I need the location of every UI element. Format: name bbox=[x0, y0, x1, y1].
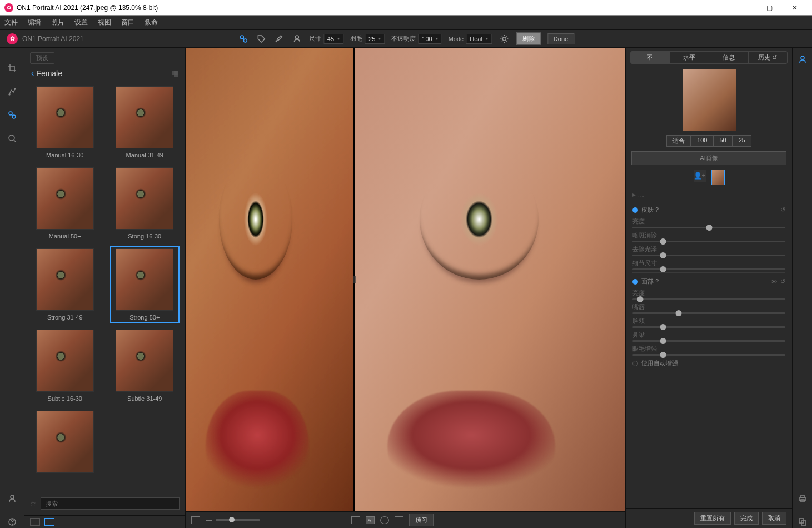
opacity-dropdown[interactable]: 不透明度 100 bbox=[391, 34, 441, 44]
visibility-icon[interactable]: 👁 bbox=[771, 278, 777, 285]
reset-icon[interactable]: ↺ bbox=[780, 206, 785, 213]
reset-chip[interactable]: 预设 bbox=[30, 52, 54, 64]
ai-portrait-button[interactable]: AI肖像 bbox=[631, 151, 786, 165]
adjust-icon[interactable] bbox=[6, 86, 18, 98]
print-icon[interactable] bbox=[796, 492, 809, 505]
person-tool-icon[interactable] bbox=[291, 33, 302, 44]
panel-section: 皮肤 ?↺亮度暗斑消除去除光泽细节尺寸 bbox=[632, 201, 785, 272]
slider[interactable] bbox=[632, 312, 785, 314]
zoom-50[interactable]: 50 bbox=[713, 135, 732, 147]
preset-item[interactable] bbox=[30, 409, 100, 479]
view-single-icon[interactable] bbox=[351, 516, 360, 524]
chevron-left-icon[interactable]: ‹ bbox=[31, 68, 34, 78]
slider[interactable] bbox=[632, 241, 785, 242]
grid-icon[interactable]: ▦ bbox=[171, 69, 178, 78]
preset-thumb bbox=[36, 86, 94, 148]
slider[interactable] bbox=[632, 227, 785, 228]
preset-search-input[interactable] bbox=[41, 497, 180, 510]
close-button[interactable]: ✕ bbox=[782, 0, 808, 16]
view-grid-icon[interactable] bbox=[395, 516, 403, 524]
image-canvas[interactable] bbox=[186, 48, 625, 511]
tag-tool-icon[interactable] bbox=[256, 33, 267, 44]
section-toggle-icon[interactable] bbox=[632, 207, 638, 213]
view-mask-icon[interactable] bbox=[380, 516, 389, 524]
preset-thumb bbox=[116, 248, 173, 311]
reset-all-button[interactable]: 重置所有 bbox=[694, 512, 731, 525]
slider[interactable] bbox=[632, 298, 785, 300]
link-tool-icon[interactable] bbox=[238, 33, 249, 44]
zoom-icon[interactable] bbox=[6, 132, 18, 145]
slider[interactable] bbox=[632, 326, 785, 328]
reset-icon[interactable]: ↺ bbox=[780, 278, 785, 285]
menu-edit[interactable]: 编辑 bbox=[28, 18, 41, 27]
menu-settings[interactable]: 设置 bbox=[74, 18, 88, 27]
splitter-handle-icon[interactable] bbox=[353, 276, 356, 283]
view-split-icon[interactable]: A bbox=[366, 516, 375, 524]
menu-view[interactable]: 视图 bbox=[98, 18, 111, 27]
minimize-button[interactable]: — bbox=[731, 0, 756, 16]
svg-point-6 bbox=[14, 88, 16, 89]
section-toggle-icon[interactable] bbox=[632, 279, 638, 285]
radio-icon[interactable] bbox=[632, 361, 638, 366]
face-thumbnail[interactable] bbox=[711, 170, 725, 185]
svg-point-14 bbox=[12, 524, 12, 525]
zoom-25[interactable]: 25 bbox=[733, 135, 751, 147]
add-face-icon[interactable]: 👤+ bbox=[694, 170, 706, 182]
crop-icon[interactable] bbox=[6, 62, 18, 74]
slider-label: 眼毛增强 bbox=[632, 345, 662, 353]
favorite-icon[interactable]: ☆ bbox=[30, 500, 36, 507]
portrait-tool-icon[interactable] bbox=[6, 109, 18, 121]
preset-item[interactable]: Manual 16-30 bbox=[30, 84, 100, 161]
svg-point-5 bbox=[9, 94, 10, 95]
zoom-fit[interactable]: 适合 bbox=[666, 135, 691, 147]
user-icon[interactable] bbox=[6, 492, 18, 505]
menu-window[interactable]: 窗口 bbox=[121, 18, 134, 27]
section-title: 皮肤 ? bbox=[641, 206, 777, 214]
slider[interactable] bbox=[632, 268, 785, 270]
menu-help[interactable]: 救命 bbox=[145, 18, 158, 27]
presets-panel: 预设 ‹ Female ▦ Manual 16-30Manual 31-49Ma… bbox=[24, 48, 186, 528]
clear-button[interactable]: 剔除 bbox=[516, 32, 541, 45]
preset-item[interactable]: Manual 31-49 bbox=[110, 84, 180, 161]
cancel-button[interactable]: 取消 bbox=[762, 512, 786, 525]
view-mode-1[interactable] bbox=[30, 518, 40, 526]
slider-label: 暗斑消除 bbox=[632, 231, 662, 240]
presets-header[interactable]: ‹ Female ▦ bbox=[24, 64, 185, 81]
layers-icon[interactable] bbox=[796, 516, 809, 528]
preset-item[interactable]: Strong 31-49 bbox=[30, 246, 100, 323]
slider[interactable] bbox=[632, 255, 785, 256]
svg-point-4 bbox=[502, 37, 506, 41]
zoom-slider[interactable]: — bbox=[206, 516, 260, 524]
preset-item[interactable]: Manual 50+ bbox=[30, 165, 100, 242]
tab-nav[interactable]: 不 bbox=[631, 52, 670, 63]
navigator-thumbnail[interactable] bbox=[683, 69, 736, 131]
menu-photo[interactable]: 照片 bbox=[51, 18, 64, 27]
panel-done-button[interactable]: 完成 bbox=[734, 512, 759, 525]
view-mode-2[interactable] bbox=[44, 518, 54, 526]
preset-item[interactable]: Subtle 16-30 bbox=[30, 327, 100, 404]
preset-item[interactable]: Stong 16-30 bbox=[110, 165, 180, 242]
slider[interactable] bbox=[632, 354, 785, 356]
menu-file[interactable]: 文件 bbox=[4, 18, 18, 27]
tab-level[interactable]: 水平 bbox=[670, 52, 710, 63]
panel-body: ▸ …皮肤 ?↺亮度暗斑消除去除光泽细节尺寸面部 ?👁↺亮度嘴唇脸颊鼻梁眼毛增强… bbox=[626, 188, 792, 508]
canvas-area: — A 预习 bbox=[186, 48, 625, 528]
person-panel-icon[interactable] bbox=[796, 53, 809, 66]
compare-splitter[interactable] bbox=[353, 48, 356, 511]
zoom-100[interactable]: 100 bbox=[691, 135, 713, 147]
preset-item[interactable]: Subtle 31-49 bbox=[110, 327, 180, 404]
size-dropdown[interactable]: 尺寸 45 bbox=[309, 34, 343, 44]
feather-dropdown[interactable]: 羽毛 25 bbox=[350, 34, 385, 44]
tab-info[interactable]: 信息 bbox=[709, 52, 749, 63]
maximize-button[interactable]: ▢ bbox=[756, 0, 782, 16]
done-button[interactable]: Done bbox=[547, 33, 574, 44]
fit-icon[interactable] bbox=[191, 516, 200, 524]
gear-icon[interactable] bbox=[499, 33, 510, 44]
brush-tool-icon[interactable] bbox=[273, 33, 285, 44]
slider[interactable] bbox=[632, 340, 785, 342]
mode-dropdown[interactable]: Mode Heal bbox=[449, 34, 492, 44]
help-icon[interactable] bbox=[6, 516, 18, 528]
tab-history[interactable]: 历史 ↺ bbox=[749, 52, 788, 63]
preview-button[interactable]: 预习 bbox=[409, 514, 434, 526]
preset-item[interactable]: Strong 50+ bbox=[110, 246, 180, 323]
